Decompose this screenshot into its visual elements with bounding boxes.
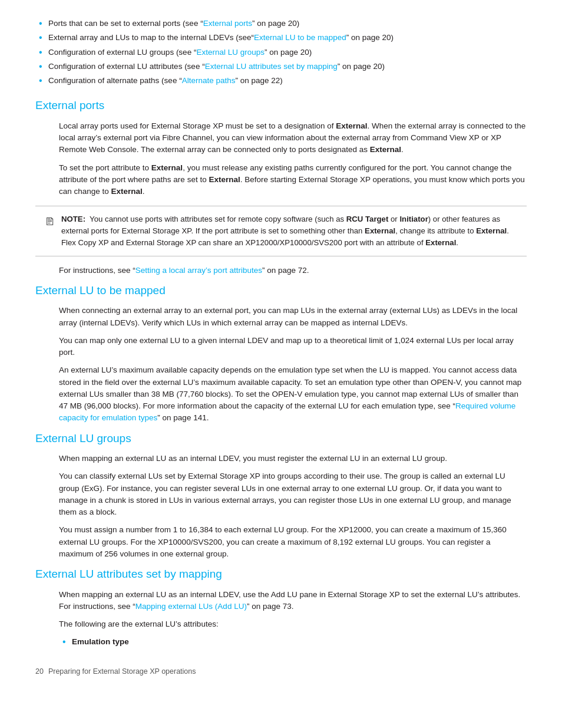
- link-external-lu-mapped[interactable]: External LU to be mapped: [254, 33, 346, 42]
- link-setting-port-attrs[interactable]: Setting a local array’s port attributes: [135, 266, 262, 275]
- heading-external-ports: External ports: [35, 97, 527, 114]
- page-footer: 20 Preparing for External Storage XP ope…: [35, 666, 527, 677]
- page-number: 20: [35, 666, 44, 677]
- heading-external-lu-mapped: External LU to be mapped: [35, 282, 527, 299]
- external-lu-attrs-para1: When mapping an external LU as an intern…: [59, 589, 527, 613]
- external-lu-groups-para3: You must assign a number from 1 to 16,38…: [59, 524, 527, 560]
- external-lu-mapped-para1: When connecting an external array to an …: [59, 305, 527, 329]
- link-mapping-external-lus[interactable]: Mapping external LUs (Add LU): [135, 602, 247, 611]
- external-lu-groups-para1: When mapping an external LU as an intern…: [59, 453, 527, 465]
- external-ports-para2: To set the port attribute to External, y…: [59, 162, 527, 198]
- link-external-ports[interactable]: External ports: [203, 19, 252, 28]
- bullet-item-5: Configuration of alternate paths (see “A…: [35, 75, 527, 87]
- external-lu-groups-para2: You can classify external LUs set by Ext…: [59, 470, 527, 518]
- external-lu-attrs-para2: The following are the external LU’s attr…: [59, 618, 527, 630]
- bullet-item-4: Configuration of external LU attributes …: [35, 61, 527, 73]
- link-external-lu-groups[interactable]: External LU groups: [196, 48, 265, 57]
- external-lu-mapped-para3: An external LU’s maximum available capac…: [59, 364, 527, 424]
- heading-external-lu-attrs: External LU attributes set by mapping: [35, 566, 527, 583]
- bullet-item-2: External array and LUs to map to the int…: [35, 32, 527, 44]
- link-required-volume-capacity[interactable]: Required volume capacity for emulation t…: [59, 401, 515, 422]
- link-external-lu-attrs[interactable]: External LU attributes set by mapping: [205, 62, 338, 71]
- bullet-item-3: Configuration of external LU groups (see…: [35, 47, 527, 58]
- heading-external-lu-groups: External LU groups: [35, 430, 527, 447]
- link-alternate-paths[interactable]: Alternate paths: [182, 76, 236, 85]
- external-lu-attrs-bullet-list: Emulation type: [59, 636, 527, 648]
- note-icon: 🖹: [45, 214, 55, 230]
- external-ports-footer: For instructions, see “Setting a local a…: [59, 265, 527, 276]
- note-text: NOTE: You cannot use ports with attribut…: [61, 213, 517, 248]
- bullet-item-1: Ports that can be set to external ports …: [35, 18, 527, 29]
- page-footer-text: Preparing for External Storage XP operat…: [48, 666, 196, 677]
- intro-bullet-list: Ports that can be set to external ports …: [35, 18, 527, 87]
- note-box: 🖹 NOTE: You cannot use ports with attrib…: [35, 206, 527, 256]
- external-lu-mapped-para2: You can map only one external LU to a gi…: [59, 335, 527, 359]
- external-ports-para1: Local array ports used for External Stor…: [59, 120, 527, 156]
- attr-bullet-emulation-type: Emulation type: [59, 636, 527, 648]
